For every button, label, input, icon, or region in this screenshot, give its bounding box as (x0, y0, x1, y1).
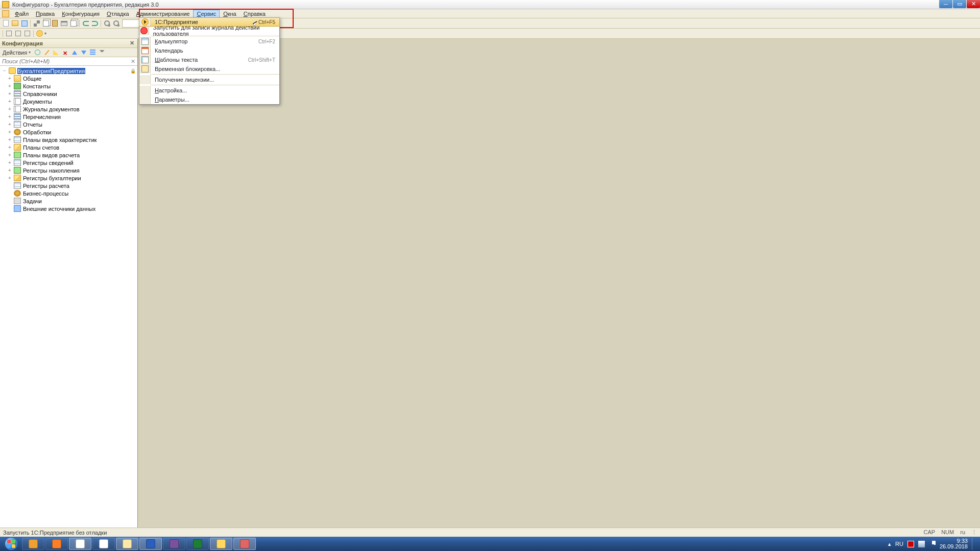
save-button[interactable] (20, 19, 29, 28)
sort-button[interactable] (88, 48, 97, 57)
compare-button[interactable] (69, 19, 78, 28)
taskbar-app-1c[interactable] (210, 538, 232, 550)
tree-node[interactable]: Задачи (0, 197, 137, 205)
lang-indicator[interactable]: RU (895, 541, 903, 547)
tree-node[interactable]: +Общие (0, 75, 137, 82)
move-down-button[interactable] (79, 48, 88, 57)
tray-expand-icon[interactable]: ▴ (888, 541, 891, 547)
tree-node[interactable]: +Регистры бухгалтерии (0, 174, 137, 182)
actions-button[interactable]: Действия (2, 50, 28, 56)
tree-node[interactable]: +Планы видов характеристик (0, 136, 137, 143)
taskbar-app-word[interactable] (139, 538, 162, 550)
tree-node[interactable]: Регистры расчета (0, 182, 137, 189)
clear-search-icon[interactable]: ✕ (131, 58, 135, 65)
tray-clock[interactable]: 9:33 26.09.2018 (940, 538, 968, 549)
tree-node[interactable]: +Перечисления (0, 113, 137, 121)
menu-item[interactable]: Календарь (139, 46, 279, 55)
taskbar-app-chrome[interactable] (69, 538, 91, 550)
paste-button[interactable] (51, 19, 59, 28)
doc-icon (14, 106, 21, 112)
main-area (138, 39, 980, 528)
menu-item[interactable]: 1С:ПредприятиеCtrl+F5 (139, 17, 280, 27)
gray-icon (14, 198, 21, 204)
network-icon[interactable] (918, 541, 925, 547)
menu-item[interactable]: Получение лицензии... (139, 75, 279, 84)
add-button[interactable] (33, 48, 42, 57)
zoom-button[interactable] (112, 19, 121, 28)
menu-правка[interactable]: Правка (32, 10, 58, 18)
undo-button[interactable] (81, 19, 90, 28)
tree-node[interactable]: +Обработки (0, 128, 137, 136)
config-tree[interactable]: − БухгалтерияПредприятия 🔒 +Общие+Конста… (0, 66, 137, 528)
menu-сервис[interactable]: Сервис (193, 10, 220, 18)
tree-node[interactable]: +Отчеты (0, 121, 137, 128)
menu-item[interactable]: Запустить для записи журнала действий по… (139, 26, 279, 35)
yandex-icon (99, 539, 108, 548)
tree-node[interactable]: +Константы (0, 82, 137, 90)
cut-button[interactable] (32, 19, 41, 28)
table-icon (14, 136, 21, 143)
windows-orb-icon (5, 538, 17, 550)
run-button[interactable] (35, 29, 44, 38)
status-text: Запустить 1С:Предприятие без отладки (3, 530, 107, 536)
menu-администрирование[interactable]: Администрирование (133, 10, 194, 18)
copy-button[interactable] (41, 19, 50, 28)
wand-button[interactable] (52, 48, 60, 57)
tree-node[interactable]: +Регистры сведений (0, 159, 137, 166)
close-button[interactable]: ✕ (967, 0, 980, 8)
tree-node[interactable]: +Документы (0, 98, 137, 105)
tree-node[interactable]: +Планы видов расчета (0, 151, 137, 159)
redo-button[interactable] (90, 19, 99, 28)
flag-icon[interactable] (907, 541, 914, 547)
tree-node[interactable]: +Справочники (0, 90, 137, 98)
show-desktop-button[interactable] (972, 538, 976, 550)
taskbar-app-viber[interactable] (163, 538, 185, 550)
taskbar-app-excel[interactable] (186, 538, 209, 550)
menu-справка[interactable]: Справка (240, 10, 269, 18)
menu-окна[interactable]: Окна (220, 10, 240, 18)
menu-файл[interactable]: Файл (11, 10, 32, 18)
sidebar-search-input[interactable] (2, 58, 131, 64)
menu-item[interactable]: Временная блокировка... (139, 64, 279, 74)
tree-node-label: Регистры расчета (22, 183, 70, 189)
tree-node[interactable]: Внешние источники данных (0, 205, 137, 212)
menu-item[interactable]: Параметры... (139, 95, 279, 104)
system-menu-icon[interactable] (2, 10, 9, 17)
volume-icon[interactable] (929, 541, 936, 547)
menu-item-label: Настройка... (151, 87, 187, 93)
move-up-button[interactable] (70, 48, 79, 57)
tree-button[interactable] (23, 29, 32, 38)
tree-node[interactable]: Бизнес-процессы (0, 189, 137, 197)
edit-button[interactable] (42, 48, 51, 57)
tree-root[interactable]: − БухгалтерияПредприятия 🔒 (0, 67, 137, 75)
sidebar-close-icon[interactable]: ✕ (128, 40, 135, 47)
filter-button[interactable] (98, 48, 106, 57)
play-icon (141, 18, 149, 26)
maximize-button[interactable]: ▭ (953, 0, 966, 8)
list-icon (14, 113, 21, 120)
menu-item[interactable]: Шаблоны текстаCtrl+Shift+T (139, 55, 279, 64)
window-titlebar: Конфигуратор - Бухгалтерия предприятия, … (0, 0, 980, 9)
props-button[interactable] (14, 29, 22, 38)
tree-node[interactable]: +Журналы документов (0, 105, 137, 113)
taskbar-app-yandex[interactable] (92, 538, 115, 550)
menu-отладка[interactable]: Отладка (103, 10, 133, 18)
tree-node[interactable]: +Регистры накопления (0, 166, 137, 174)
menu-конфигурация[interactable]: Конфигурация (58, 10, 103, 18)
menu-item[interactable]: КалькуляторCtrl+F2 (139, 37, 279, 46)
taskbar-app-winamp[interactable] (22, 538, 44, 550)
toggle-panel-button[interactable] (5, 29, 13, 38)
new-button[interactable] (2, 19, 10, 28)
tree-node[interactable]: +Планы счетов (0, 143, 137, 151)
start-button[interactable] (1, 537, 21, 551)
delete-button[interactable]: ✕ (61, 48, 69, 57)
open-button[interactable] (11, 19, 19, 28)
print-button[interactable] (60, 19, 68, 28)
menu-item[interactable]: Настройка... (139, 86, 279, 95)
minimize-button[interactable]: ─ (939, 0, 952, 8)
taskbar-app-app[interactable] (233, 538, 256, 550)
workspace: Конфигурация ✕ Действия▾ ✕ ✕ − Бухгалтер… (0, 39, 980, 528)
find-button[interactable] (103, 19, 111, 28)
taskbar-app-explorer[interactable] (116, 538, 138, 550)
taskbar-app-firefox[interactable] (45, 538, 68, 550)
